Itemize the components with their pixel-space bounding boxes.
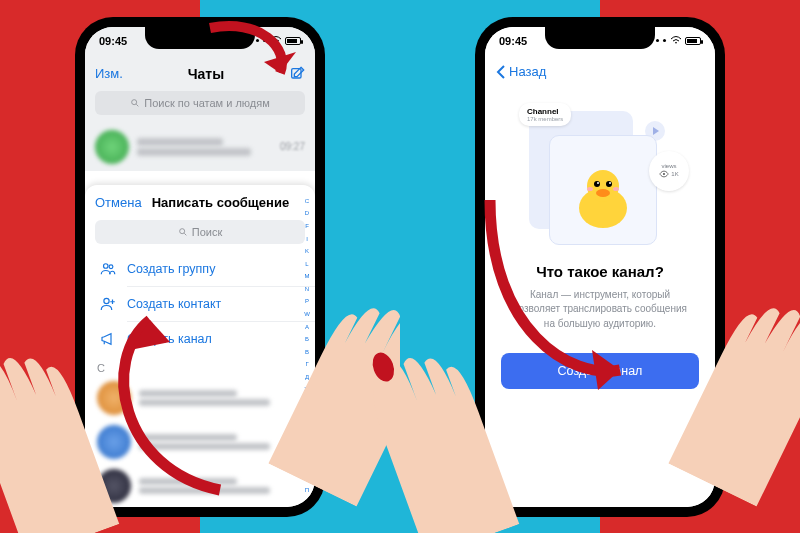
- alpha-index-letter[interactable]: Н: [305, 462, 309, 468]
- svg-point-17: [606, 181, 612, 187]
- illus-channel-pill: Channel 17k members: [519, 103, 571, 126]
- alpha-index-letter[interactable]: Б: [305, 336, 309, 342]
- svg-point-7: [104, 298, 109, 303]
- illus-views-badge: views 1K: [649, 151, 689, 191]
- cancel-button[interactable]: Отмена: [95, 195, 142, 210]
- notch: [145, 27, 255, 49]
- list-item[interactable]: [85, 464, 315, 507]
- back-button[interactable]: Назад: [495, 64, 546, 79]
- search-icon: [130, 98, 140, 108]
- channel-intro-description: Канал — инструмент, который позволяет тр…: [507, 288, 693, 332]
- status-time: 09:45: [499, 35, 527, 47]
- svg-point-3: [179, 228, 184, 233]
- sheet-title: Написать сообщение: [152, 195, 289, 210]
- svg-line-2: [137, 104, 139, 106]
- phone-frame: 09:45 Изм. Чаты Поиск по чатам: [75, 17, 325, 517]
- alpha-index-letter[interactable]: И: [305, 412, 309, 418]
- svg-point-5: [104, 263, 109, 268]
- alpha-index-letter[interactable]: L: [305, 261, 308, 267]
- svg-point-15: [587, 170, 619, 202]
- alpha-index-letter[interactable]: A: [305, 324, 309, 330]
- alpha-index-letter[interactable]: I: [306, 236, 308, 242]
- megaphone-icon: [99, 330, 117, 348]
- svg-point-6: [109, 264, 113, 268]
- eye-icon: [659, 169, 669, 179]
- chats-header: Изм. Чаты Поиск по чатам и людям: [85, 55, 315, 123]
- alpha-index-letter[interactable]: W: [304, 311, 310, 317]
- chats-search-placeholder: Поиск по чатам и людям: [144, 97, 270, 109]
- alphabet-index[interactable]: CDFIKLMNPWAБВГДЖЗИКЛМНОП: [301, 195, 313, 497]
- battery-icon: [685, 37, 701, 45]
- screen: 09:45 Изм. Чаты Поиск по чатам: [85, 27, 315, 507]
- svg-point-20: [596, 189, 610, 197]
- group-icon: [99, 260, 117, 278]
- create-channel-cta[interactable]: Создать канал: [501, 353, 699, 389]
- alpha-index-letter[interactable]: П: [305, 487, 309, 493]
- chat-row-blurred: 09:27: [85, 123, 315, 171]
- wifi-icon: [270, 36, 282, 45]
- svg-point-1: [132, 99, 137, 104]
- create-channel-button[interactable]: Создать канал: [85, 322, 315, 356]
- svg-point-23: [663, 172, 665, 174]
- svg-point-19: [609, 182, 611, 184]
- notch: [545, 27, 655, 49]
- alpha-index-letter[interactable]: P: [305, 298, 309, 304]
- alpha-index-letter[interactable]: N: [305, 286, 309, 292]
- create-contact-button[interactable]: Создать контакт: [85, 287, 315, 321]
- avatar: [97, 425, 131, 459]
- avatar: [97, 469, 131, 503]
- svg-point-16: [594, 181, 600, 187]
- create-group-label: Создать группу: [127, 262, 215, 276]
- battery-icon: [285, 37, 301, 45]
- tutorial-step-2: 09:45 Назад Channel: [400, 0, 800, 533]
- create-channel-label: Создать канал: [127, 332, 212, 346]
- create-group-button[interactable]: Создать группу: [85, 252, 315, 286]
- alpha-index-letter[interactable]: M: [305, 273, 310, 279]
- chevron-left-icon: [495, 65, 507, 79]
- alpha-index-letter[interactable]: Л: [305, 437, 309, 443]
- edit-button[interactable]: Изм.: [95, 66, 123, 81]
- tutorial-step-1: 09:45 Изм. Чаты Поиск по чатам: [0, 0, 400, 533]
- channel-illustration: Channel 17k members: [525, 107, 675, 247]
- chat-time: 09:27: [280, 141, 305, 152]
- alpha-index-letter[interactable]: З: [305, 399, 309, 405]
- index-section-letter: C: [85, 356, 315, 376]
- alpha-index-letter[interactable]: О: [305, 475, 310, 481]
- status-time: 09:45: [99, 35, 127, 47]
- channel-intro-title: Что такое канал?: [536, 263, 664, 280]
- chats-search[interactable]: Поиск по чатам и людям: [95, 91, 305, 115]
- svg-point-22: [613, 187, 619, 191]
- search-icon: [178, 227, 188, 237]
- svg-point-18: [597, 182, 599, 184]
- alpha-index-letter[interactable]: F: [305, 223, 309, 229]
- list-item[interactable]: [85, 420, 315, 464]
- alpha-index-letter[interactable]: Г: [305, 361, 308, 367]
- avatar: [95, 130, 129, 164]
- alpha-index-letter[interactable]: Д: [305, 374, 309, 380]
- create-contact-label: Создать контакт: [127, 297, 221, 311]
- svg-line-4: [184, 233, 186, 235]
- alpha-index-letter[interactable]: Ж: [304, 386, 310, 392]
- avatar: [97, 381, 131, 415]
- alpha-index-letter[interactable]: К: [305, 424, 309, 430]
- alpha-index-letter[interactable]: М: [305, 449, 310, 455]
- alpha-index-letter[interactable]: C: [305, 198, 309, 204]
- svg-point-21: [587, 187, 593, 191]
- phone-frame: 09:45 Назад Channel: [475, 17, 725, 517]
- new-message-sheet: Отмена Написать сообщение Поиск Создать …: [85, 185, 315, 507]
- back-label: Назад: [509, 64, 546, 79]
- alpha-index-letter[interactable]: D: [305, 210, 309, 216]
- compose-icon[interactable]: [289, 66, 305, 82]
- chats-title: Чаты: [188, 66, 224, 82]
- alpha-index-letter[interactable]: В: [305, 349, 309, 355]
- sheet-search[interactable]: Поиск: [95, 220, 305, 244]
- contact-icon: [99, 295, 117, 313]
- screen: 09:45 Назад Channel: [485, 27, 715, 507]
- duck-icon: [568, 162, 638, 232]
- wifi-icon: [670, 36, 682, 45]
- alpha-index-letter[interactable]: K: [305, 248, 309, 254]
- list-item[interactable]: [85, 376, 315, 420]
- sheet-search-label: Поиск: [192, 226, 222, 238]
